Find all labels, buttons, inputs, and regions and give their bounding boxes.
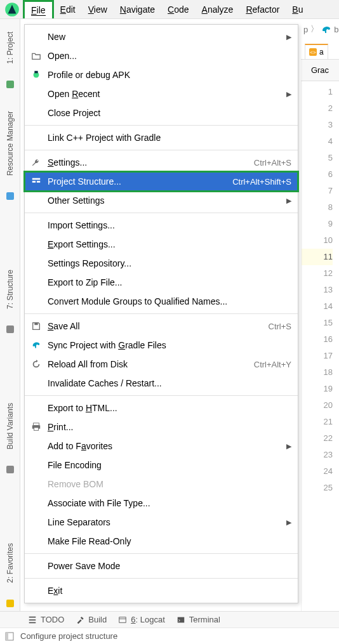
menu-separator <box>25 313 298 314</box>
menu-item-print[interactable]: Print... <box>25 417 298 437</box>
tool-window-label: 2: Favorites <box>6 543 15 583</box>
svg-rect-9 <box>34 71 37 74</box>
terminal-icon <box>176 615 185 624</box>
svg-rect-14 <box>34 423 39 426</box>
toolwindow-build[interactable]: Build <box>76 615 107 624</box>
svg-rect-2 <box>6 192 14 200</box>
tool-window-icon <box>5 191 15 201</box>
svg-rect-4 <box>6 466 14 473</box>
tool-window-resource-manager[interactable]: Resource Manager <box>5 98 15 204</box>
tool-window-build-variants[interactable]: Build Variants <box>5 390 15 477</box>
editor-banner[interactable]: Grac <box>301 60 339 81</box>
line-number: 25 <box>302 480 333 496</box>
tool-window-icon <box>5 79 15 89</box>
line-number: 16 <box>302 331 333 348</box>
editor-tab[interactable]: <> a <box>305 44 328 59</box>
menu-item-save-all[interactable]: Save AllCtrl+S <box>25 317 298 336</box>
menu-separator <box>25 395 298 396</box>
menu-item-power-save-mode[interactable]: Power Save Mode <box>25 556 298 575</box>
menu-refactor[interactable]: Refactor <box>239 0 286 18</box>
menu-item-label: Remove BOM <box>44 479 291 489</box>
menu-item-label: Close Project <box>44 108 291 118</box>
line-number: 18 <box>302 364 333 381</box>
menu-item-link-c-project-with-gradle[interactable]: Link C++ Project with Gradle <box>25 128 298 147</box>
menu-navigate[interactable]: Navigate <box>114 0 161 18</box>
toolwindow-terminal[interactable]: Terminal <box>176 615 220 624</box>
submenu-arrow-icon: ▶ <box>286 442 291 450</box>
folder-open-icon <box>29 51 44 61</box>
menu-item-label: Exit <box>44 586 291 596</box>
line-number: 7 <box>302 183 333 199</box>
menu-item-associate-with-file-type[interactable]: Associate with File Type... <box>25 494 298 513</box>
menu-item-open[interactable]: Open... <box>25 46 298 65</box>
menu-separator <box>25 553 298 554</box>
menu-item-label: Project Structure... <box>44 176 232 187</box>
menu-item-profile-or-debug-apk[interactable]: Profile or debug APK <box>25 65 298 84</box>
menu-item-label: Add to Favorites <box>44 441 282 451</box>
menu-item-label: Open... <box>44 51 291 61</box>
menu-item-shortcut: Ctrl+Alt+Y <box>254 360 291 369</box>
toolwindow-6-logcat[interactable]: 6: Logcat <box>118 615 165 624</box>
menu-item-line-separators[interactable]: Line Separators▶ <box>25 513 298 532</box>
toolwindow-todo[interactable]: TODO <box>28 615 64 624</box>
menu-item-label: Profile or debug APK <box>44 70 291 80</box>
toolwindow-label: TODO <box>41 615 64 624</box>
line-number: 21 <box>302 414 333 430</box>
left-tool-strip: 1: ProjectResource Manager7: StructureBu… <box>0 19 20 611</box>
menu-item-other-settings[interactable]: Other Settings▶ <box>25 191 298 210</box>
menu-item-new[interactable]: New▶ <box>25 27 298 46</box>
menu-item-export-settings[interactable]: Export Settings... <box>25 235 298 254</box>
submenu-arrow-icon: ▶ <box>286 197 291 205</box>
line-number: 20 <box>302 397 333 414</box>
line-number: 17 <box>302 348 333 364</box>
menu-item-settings-repository[interactable]: Settings Repository... <box>25 254 298 273</box>
menu-item-convert-module-groups-to-qualified-names[interactable]: Convert Module Groups to Qualified Names… <box>25 292 298 311</box>
menu-item-settings[interactable]: Settings...Ctrl+Alt+S <box>25 153 298 172</box>
menu-item-add-to-favorites[interactable]: Add to Favorites▶ <box>25 437 298 456</box>
menu-view[interactable]: View <box>82 0 114 18</box>
menu-item-sync-project-with-gradle-files[interactable]: Sync Project with Gradle Files <box>25 336 298 355</box>
reload-icon <box>29 359 44 369</box>
sync-gradle-icon <box>29 340 44 350</box>
tool-window-1-project[interactable]: 1: Project <box>5 19 15 92</box>
tool-window-2-favorites[interactable]: 2: Favorites <box>5 530 15 611</box>
svg-rect-16 <box>34 428 38 430</box>
menu-item-make-file-read-only[interactable]: Make File Read-Only <box>25 532 298 551</box>
menu-item-export-to-zip-file[interactable]: Export to Zip File... <box>25 273 298 292</box>
menu-item-label: Import Settings... <box>44 220 291 230</box>
menu-item-export-to-html[interactable]: Export to HTML... <box>25 398 298 417</box>
wrench-icon <box>29 157 44 168</box>
menu-edit[interactable]: Edit <box>54 0 82 18</box>
tool-window-7-structure[interactable]: 7: Structure <box>5 257 15 337</box>
menu-item-label: Make File Read-Only <box>44 536 291 546</box>
line-number: 15 <box>302 315 333 331</box>
chevron-right-icon: 〉 <box>310 23 319 35</box>
menu-item-label: Settings... <box>44 157 254 168</box>
breadcrumb-tail: p <box>303 25 308 34</box>
breadcrumb[interactable]: p 〉 b <box>301 19 339 39</box>
line-number: 4 <box>302 133 333 150</box>
submenu-arrow-icon: ▶ <box>286 518 291 527</box>
menu-item-label: Export to HTML... <box>44 403 291 413</box>
line-number: 24 <box>302 463 333 480</box>
menu-item-exit[interactable]: Exit <box>25 581 298 600</box>
menu-item-reload-all-from-disk[interactable]: Reload All from DiskCtrl+Alt+Y <box>25 355 298 374</box>
line-number: 13 <box>302 282 333 298</box>
line-number: 6 <box>302 166 333 183</box>
menu-item-open-recent[interactable]: Open Recent▶ <box>25 84 298 103</box>
menu-item-file-encoding[interactable]: File Encoding <box>25 456 298 475</box>
menu-item-project-structure[interactable]: Project Structure...Ctrl+Alt+Shift+S <box>25 172 298 191</box>
menu-item-import-settings[interactable]: Import Settings... <box>25 216 298 235</box>
menu-item-invalidate-caches-restart[interactable]: Invalidate Caches / Restart... <box>25 374 298 393</box>
line-number: 11 <box>302 249 333 265</box>
menu-bu[interactable]: Bu <box>286 0 309 18</box>
tool-window-label: 1: Project <box>6 32 15 64</box>
editor-right-slice: p 〉 b <> a Grac 123456789101112131415161… <box>301 19 339 611</box>
menu-file[interactable]: File <box>23 0 54 18</box>
menu-analyze[interactable]: Analyze <box>196 0 240 18</box>
menu-code[interactable]: Code <box>161 0 195 18</box>
project-structure-icon <box>29 176 44 187</box>
menu-item-close-project[interactable]: Close Project <box>25 103 298 122</box>
save-icon <box>29 321 44 331</box>
menu-item-shortcut: Ctrl+S <box>269 322 291 331</box>
